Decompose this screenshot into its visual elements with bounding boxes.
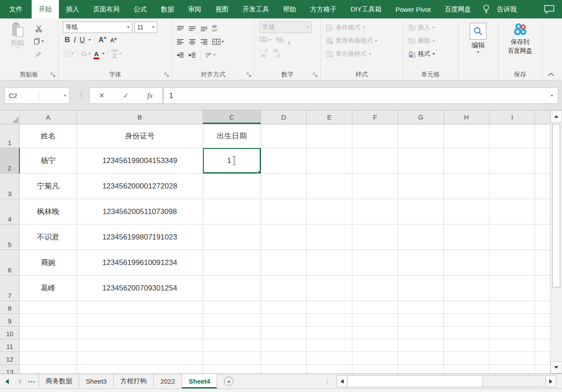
tab-file[interactable]: 文件 <box>0 0 32 18</box>
fill-color-button[interactable] <box>80 51 91 57</box>
cell-b1[interactable]: 身份证号 <box>77 124 203 148</box>
cell-c13[interactable] <box>203 365 261 374</box>
format-as-table-button[interactable]: 套用表格格式 <box>321 34 402 47</box>
row-header-3[interactable]: 3 <box>0 174 20 199</box>
name-box-dropdown[interactable] <box>64 95 66 97</box>
align-center-button[interactable] <box>189 39 196 45</box>
empty-cells[interactable] <box>261 339 550 352</box>
formula-bar-resize-handle[interactable]: ⋮ <box>77 90 85 99</box>
enter-button[interactable]: ✓ <box>114 91 138 100</box>
sheet-tab-sheet3[interactable]: Sheet3 <box>79 374 113 388</box>
cell-a10[interactable] <box>20 327 77 339</box>
insert-cells-button[interactable]: 插入 <box>403 21 458 34</box>
tab-ffcell[interactable]: 方方格子 <box>303 0 344 18</box>
orientation-button[interactable]: ab <box>205 52 216 58</box>
row-header-1[interactable]: 1 <box>0 124 20 148</box>
empty-cells[interactable] <box>261 327 550 339</box>
tab-data[interactable]: 数据 <box>154 0 181 18</box>
row-header-13[interactable]: 13 <box>0 365 20 374</box>
cell-a2[interactable]: 杨宁 <box>20 148 77 174</box>
clipboard-dialog-launcher[interactable] <box>50 72 56 78</box>
column-header-i[interactable]: I <box>489 110 535 124</box>
tab-diy-toolbox[interactable]: DIY工具箱 <box>344 0 388 18</box>
cell-a6[interactable]: 裔婉 <box>20 250 77 276</box>
name-box[interactable]: C2 <box>4 87 69 104</box>
cell-c5[interactable] <box>203 225 261 250</box>
tab-developer[interactable]: 开发工具 <box>236 0 276 18</box>
font-color-button[interactable]: A <box>94 51 105 57</box>
sheet-scroll-right-button[interactable] <box>14 374 27 388</box>
empty-cells[interactable] <box>261 352 550 365</box>
tell-me[interactable]: 告诉我 <box>494 0 522 18</box>
delete-cells-button[interactable]: 删除 <box>403 34 458 47</box>
tab-baidu-netdisk[interactable]: 百度网盘 <box>438 0 478 18</box>
more-sheets-button[interactable]: ... <box>27 374 39 388</box>
cell-c9[interactable] <box>203 314 261 327</box>
expand-formula-bar-button[interactable] <box>551 92 553 100</box>
row-header-12[interactable]: 12 <box>0 352 20 365</box>
cell-b9[interactable] <box>77 314 203 327</box>
row-header-4[interactable]: 4 <box>0 199 20 225</box>
cell-b12[interactable] <box>77 352 203 365</box>
cut-button[interactable] <box>33 24 44 33</box>
copy-button[interactable] <box>33 36 44 46</box>
cell-c11[interactable] <box>203 339 261 352</box>
format-painter-button[interactable] <box>33 49 44 59</box>
column-header-a[interactable]: A <box>20 110 77 124</box>
bold-button[interactable]: B <box>65 36 70 44</box>
scroll-up-button[interactable] <box>551 110 562 123</box>
tab-power-pivot[interactable]: Power Pivot <box>388 0 438 18</box>
font-dialog-launcher[interactable] <box>164 72 170 78</box>
sheet-tab-business-data[interactable]: 商务数据 <box>39 374 79 388</box>
cell-b6[interactable]: 123456199610091234 <box>77 250 203 276</box>
cell-a3[interactable]: 宁菊凡 <box>20 174 77 199</box>
cell-styles-button[interactable]: 单元格样式 <box>321 47 402 61</box>
tab-help[interactable]: 帮助 <box>276 0 303 18</box>
decrease-indent-button[interactable] <box>177 52 184 58</box>
row-header-6[interactable]: 6 <box>0 250 20 276</box>
formula-input[interactable]: 1 <box>163 87 558 104</box>
cell-b3[interactable]: 123456200001272028 <box>77 174 203 199</box>
cell-c1[interactable]: 出生日期 <box>203 124 261 148</box>
phonetic-guide-button[interactable]: wén 文 <box>111 49 122 58</box>
empty-cells[interactable] <box>261 314 550 327</box>
cell-c4[interactable] <box>203 199 261 225</box>
cell-b11[interactable] <box>77 339 203 352</box>
column-header-g[interactable]: G <box>398 110 444 124</box>
cell-c2-selected[interactable]: 1 <box>203 148 261 174</box>
row-header-2[interactable]: 2 <box>0 148 20 174</box>
insert-function-button[interactable]: fx <box>138 91 162 100</box>
tab-home[interactable]: 开始 <box>32 0 59 18</box>
merge-center-button[interactable] <box>212 39 224 45</box>
sheet-tab-sheet4-active[interactable]: Sheet4 <box>181 374 217 388</box>
cell-a7[interactable]: 葛峰 <box>20 276 77 301</box>
cancel-button[interactable]: ✕ <box>90 91 114 100</box>
cell-a12[interactable] <box>20 352 77 365</box>
cell-a1[interactable]: 姓名 <box>20 124 77 148</box>
select-all-button[interactable] <box>0 110 20 124</box>
scroll-left-button[interactable] <box>337 375 348 387</box>
column-header-e[interactable]: E <box>307 110 352 124</box>
scroll-right-button[interactable] <box>545 375 556 387</box>
underline-button[interactable]: U <box>80 36 85 44</box>
row-header-11[interactable]: 11 <box>0 339 20 352</box>
fill-handle[interactable] <box>258 171 261 174</box>
empty-cells[interactable] <box>261 124 550 148</box>
number-dialog-launcher[interactable] <box>312 72 318 78</box>
decrease-font-button[interactable]: A <box>110 37 117 44</box>
horizontal-scrollbar-thumb[interactable] <box>348 376 483 387</box>
collapse-ribbon-button[interactable] <box>547 73 555 76</box>
comma-style-button[interactable]: , <box>288 37 290 43</box>
row-header-8[interactable]: 8 <box>0 301 20 314</box>
editing-dropdown[interactable] <box>477 51 479 53</box>
save-to-baidu-button[interactable]: 保存到 百度网盘 <box>498 18 542 55</box>
align-bottom-button[interactable] <box>200 26 208 31</box>
vertical-scrollbar-thumb[interactable] <box>552 124 560 287</box>
empty-cells[interactable] <box>261 225 550 250</box>
row-header-9[interactable]: 9 <box>0 314 20 327</box>
font-size-combo[interactable]: 11 <box>134 22 157 33</box>
empty-cells[interactable] <box>261 174 550 199</box>
cell-a4[interactable]: 枫林晚 <box>20 199 77 225</box>
column-header-partial[interactable] <box>535 110 550 124</box>
increase-font-button[interactable]: A <box>98 36 107 44</box>
